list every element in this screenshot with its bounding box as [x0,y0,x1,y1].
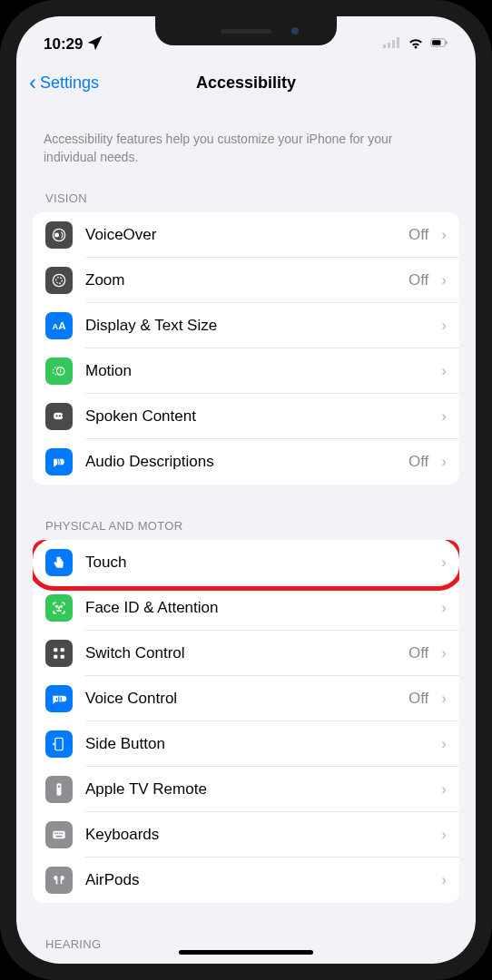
nav-title: Accessibility [196,74,296,93]
row-value: Off [408,644,428,662]
tv-remote-icon [45,776,73,803]
row-faceid[interactable]: Face ID & Attention › [33,585,459,631]
chevron-right-icon: › [441,271,447,289]
chevron-right-icon: › [441,317,447,335]
row-airpods[interactable]: AirPods › [33,858,459,903]
row-keyboards[interactable]: Keyboards › [33,812,459,858]
row-label: Voice Control [85,690,396,708]
chevron-right-icon: › [441,407,447,426]
svg-rect-23 [61,648,64,652]
keyboard-icon [45,821,73,848]
row-voice-control[interactable]: Voice Control Off › [33,676,459,721]
back-chevron-icon: ‹ [29,72,36,93]
voiceover-icon [45,221,73,249]
intro-text: Accessibility features help you customiz… [33,105,459,184]
svg-point-17 [59,415,61,416]
svg-rect-28 [61,698,62,701]
svg-rect-25 [61,655,64,659]
svg-point-10 [56,278,63,284]
spoken-icon [45,403,73,430]
row-value: Off [408,226,428,244]
svg-point-18 [62,415,64,416]
vision-list: VoiceOver Off › Zoom Off › AA Displ [33,212,459,485]
chevron-right-icon: › [441,871,447,889]
row-touch[interactable]: Touch › [33,540,459,585]
phone-frame: 10:29 ‹ Settings [0,0,492,980]
svg-text:A: A [58,319,66,331]
cellular-icon [383,34,401,56]
svg-rect-34 [57,833,59,835]
side-button-icon [45,730,73,758]
svg-rect-22 [54,648,57,652]
audio-descriptions-icon: )) [45,448,73,475]
section-header-vision: VISION [33,184,459,212]
chevron-right-icon: › [441,644,447,662]
svg-rect-36 [62,833,64,835]
touch-icon [45,549,73,576]
row-zoom[interactable]: Zoom Off › [33,258,459,303]
svg-rect-2 [392,40,395,48]
wifi-icon [407,34,425,56]
svg-point-20 [56,606,58,608]
svg-rect-30 [57,784,62,796]
svg-rect-1 [388,43,390,48]
row-label: AirPods [85,871,416,889]
row-apple-tv-remote[interactable]: Apple TV Remote › [33,767,459,812]
chevron-right-icon: › [441,226,447,244]
svg-rect-35 [59,833,61,835]
nav-bar: ‹ Settings Accessibility [16,60,476,105]
notch [155,16,337,45]
screen: 10:29 ‹ Settings [16,16,476,964]
row-value: Off [408,453,428,471]
chevron-right-icon: › [441,554,447,572]
row-label: Motion [85,362,416,380]
svg-point-9 [53,275,64,287]
row-label: Side Button [85,735,416,753]
svg-rect-27 [58,697,59,702]
back-button[interactable]: ‹ Settings [29,72,99,93]
chevron-right-icon: › [441,453,447,471]
voice-control-icon [45,685,73,712]
faceid-icon [45,594,73,622]
svg-rect-29 [55,739,63,750]
content[interactable]: Accessibility features help you customiz… [16,105,476,964]
battery-icon [430,34,448,56]
status-time: 10:29 [44,35,83,54]
airpods-icon [45,867,73,894]
physical-list: Touch › Face ID & Attention › Sw [33,540,459,903]
back-label: Settings [40,74,99,93]
row-audio-descriptions[interactable]: )) Audio Descriptions Off › [33,439,459,485]
chevron-right-icon: › [441,690,447,708]
row-motion[interactable]: Motion › [33,348,459,394]
home-indicator[interactable] [179,950,313,955]
section-header-physical: PHYSICAL AND MOTOR [33,512,459,540]
svg-rect-5 [432,40,440,45]
row-label: VoiceOver [85,226,396,244]
row-voiceover[interactable]: VoiceOver Off › [33,212,459,258]
chevron-right-icon: › [441,599,447,617]
row-switch-control[interactable]: Switch Control Off › [33,631,459,676]
svg-rect-37 [56,836,63,838]
row-spoken[interactable]: Spoken Content › [33,394,459,439]
row-label: Touch [85,554,416,572]
chevron-right-icon: › [441,780,447,799]
svg-point-16 [56,415,58,416]
svg-rect-26 [56,698,57,701]
row-display[interactable]: AA Display & Text Size › [33,303,459,348]
svg-rect-33 [54,833,56,835]
row-value: Off [408,271,428,289]
row-label: Spoken Content [85,407,416,426]
svg-rect-24 [54,655,57,659]
chevron-right-icon: › [441,735,447,753]
row-label: Apple TV Remote [85,780,416,799]
svg-rect-3 [397,37,399,48]
svg-point-31 [58,786,61,789]
svg-rect-0 [383,44,386,48]
switch-control-icon [45,640,73,667]
row-side-button[interactable]: Side Button › [33,721,459,767]
row-label: Zoom [85,271,396,289]
row-label: Switch Control [85,644,396,662]
row-label: Keyboards [85,826,416,844]
svg-rect-32 [53,831,64,838]
row-label: Audio Descriptions [85,453,396,471]
